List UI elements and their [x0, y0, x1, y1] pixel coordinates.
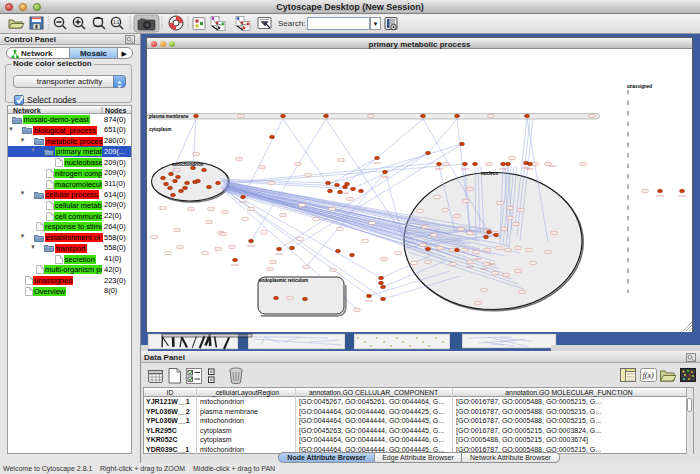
svg-text:endoplasmic reticulum: endoplasmic reticulum [259, 278, 308, 283]
svg-text:unassigned: unassigned [627, 84, 652, 89]
svg-text:nucleus: nucleus [481, 171, 499, 176]
svg-text:cytoplasm: cytoplasm [149, 127, 171, 132]
svg-text:mitochondrion: mitochondrion [172, 162, 204, 167]
svg-text:1:1: 1:1 [113, 20, 120, 25]
svg-text:f(x): f(x) [643, 371, 654, 380]
svg-text:plasma membrane: plasma membrane [149, 114, 189, 119]
